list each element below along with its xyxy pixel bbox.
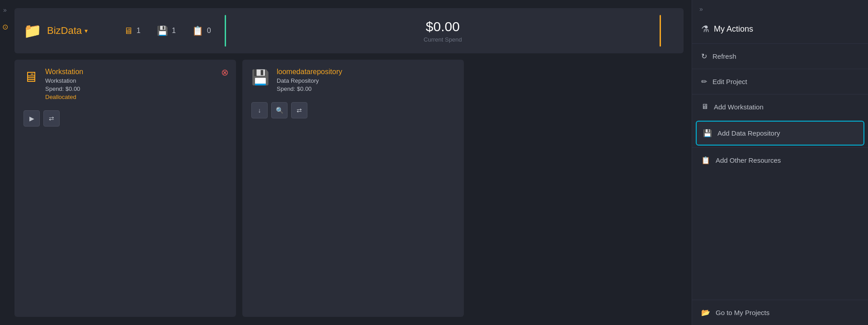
- beaker-icon: ⚗: [701, 24, 709, 34]
- workstation-count: 🖥 1: [124, 26, 141, 36]
- project-bar: 📁 BizData ▾ 🖥 1 💾 1 📋 0 $0.00 Curren: [14, 8, 684, 53]
- edit-project-label: Edit Project: [712, 78, 747, 85]
- other-count: 📋 0: [192, 25, 211, 36]
- left-sidebar-toggle: » ⊙: [0, 0, 10, 325]
- project-dropdown-caret[interactable]: ▾: [85, 27, 88, 34]
- workstation-type: Workstation: [45, 77, 83, 84]
- resource-counts: 🖥 1 💾 1 📋 0: [124, 25, 211, 36]
- workstation-card-header: 🖥 Workstation Workstation Spend: $0.00 D…: [24, 68, 227, 100]
- data-repo-count: 💾 1: [157, 25, 176, 36]
- sidebar-header: ⚗ My Actions: [692, 18, 868, 43]
- data-repo-share-button[interactable]: ⇄: [291, 102, 307, 118]
- workstation-count-value: 1: [137, 27, 141, 35]
- orange-divider: [660, 15, 661, 47]
- sidebar-item-edit-project[interactable]: ✏ Edit Project: [692, 69, 868, 94]
- workstation-title[interactable]: Workstation: [45, 68, 83, 76]
- go-to-projects-label: Go to My Projects: [716, 309, 769, 316]
- add-data-repo-icon: 💾: [703, 129, 712, 137]
- project-name[interactable]: BizData ▾: [47, 25, 88, 37]
- refresh-label: Refresh: [712, 52, 736, 60]
- collapse-icon[interactable]: »: [3, 6, 7, 14]
- workstation-card-icon: 🖥: [24, 69, 38, 85]
- data-repo-count-value: 1: [172, 27, 176, 35]
- add-other-resources-label: Add Other Resources: [716, 156, 781, 164]
- data-repo-card-info: loomedatarepository Data Repository Spen…: [277, 68, 342, 92]
- cards-area: 🖥 Workstation Workstation Spend: $0.00 D…: [14, 60, 684, 317]
- data-repo-title[interactable]: loomedatarepository: [277, 68, 342, 76]
- data-repo-type: Data Repository: [277, 77, 342, 84]
- sidebar-item-go-to-projects[interactable]: 📂 Go to My Projects: [692, 300, 868, 325]
- data-repo-download-button[interactable]: ↓: [251, 102, 268, 118]
- main-content: 📁 BizData ▾ 🖥 1 💾 1 📋 0 $0.00 Curren: [10, 0, 692, 325]
- sidebar-item-add-data-repository[interactable]: 💾 Add Data Repository: [696, 121, 864, 146]
- workstation-count-icon: 🖥: [124, 26, 133, 36]
- add-workstation-icon: 🖥: [701, 103, 708, 111]
- workstation-spend: Spend: $0.00: [45, 85, 83, 92]
- add-workstation-label: Add Workstation: [714, 103, 764, 111]
- workstation-actions: ▶ ⇄: [24, 110, 227, 127]
- go-to-projects-icon: 📂: [701, 308, 710, 317]
- workstation-card-info: Workstation Workstation Spend: $0.00 Dea…: [45, 68, 83, 100]
- workstation-error-badge: ⊗: [221, 67, 229, 78]
- dot-icon[interactable]: ⊙: [2, 23, 8, 31]
- sidebar-item-refresh[interactable]: ↻ Refresh: [692, 43, 868, 69]
- sidebar-spacer: [692, 173, 868, 300]
- spend-amount: $0.00: [426, 19, 460, 34]
- workstation-share-button[interactable]: ⇄: [43, 110, 60, 127]
- data-repo-card-icon: 💾: [251, 69, 269, 86]
- add-data-repo-label: Add Data Repository: [717, 129, 780, 137]
- spend-section: $0.00 Current Spend: [240, 19, 646, 43]
- data-repo-count-icon: 💾: [157, 25, 168, 36]
- folder-icon: 📁: [24, 22, 42, 39]
- add-other-icon: 📋: [701, 156, 710, 165]
- sidebar-item-add-other-resources[interactable]: 📋 Add Other Resources: [692, 147, 868, 173]
- data-repo-card: 💾 loomedatarepository Data Repository Sp…: [242, 60, 464, 317]
- sidebar-expand[interactable]: »: [692, 0, 868, 18]
- sidebar-header-title: My Actions: [714, 24, 753, 34]
- workstation-card: 🖥 Workstation Workstation Spend: $0.00 D…: [14, 60, 236, 317]
- data-repo-card-header: 💾 loomedatarepository Data Repository Sp…: [251, 68, 455, 92]
- other-count-value: 0: [207, 27, 211, 35]
- data-repo-actions: ↓ 🔍 ⇄: [251, 102, 455, 118]
- sidebar-item-add-workstation[interactable]: 🖥 Add Workstation: [692, 94, 868, 119]
- project-info: 📁 BizData ▾: [24, 22, 88, 39]
- workstation-play-button[interactable]: ▶: [24, 110, 40, 127]
- right-sidebar: » ⚗ My Actions ↻ Refresh ✏ Edit Project …: [692, 0, 868, 325]
- data-repo-search-button[interactable]: 🔍: [271, 102, 288, 118]
- project-name-text: BizData: [47, 25, 82, 37]
- edit-icon: ✏: [701, 77, 707, 86]
- refresh-icon: ↻: [701, 52, 707, 61]
- green-divider: [225, 15, 226, 47]
- spend-label: Current Spend: [424, 36, 462, 43]
- workstation-status: Deallocated: [45, 94, 83, 100]
- other-count-icon: 📋: [192, 25, 203, 36]
- data-repo-spend: Spend: $0.00: [277, 85, 342, 92]
